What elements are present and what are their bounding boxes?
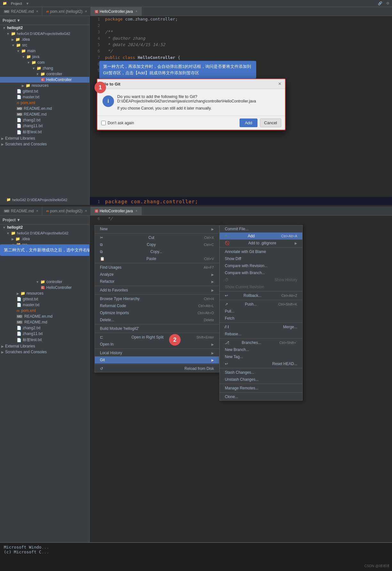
project-label[interactable]: Project <box>11 2 22 5</box>
s2-biaqian[interactable]: 📄 标签test.txt <box>0 337 89 343</box>
tab-pom[interactable]: m pom.xml (hellogit2) × <box>42 7 91 16</box>
git-show-diff[interactable]: Show Diff <box>220 255 302 262</box>
sidebar-item-readme-en[interactable]: MD README.en.md <box>0 106 89 111</box>
sidebar-item-resources[interactable]: ▶ 📁 resources <box>0 83 89 88</box>
cm-reformat[interactable]: Reformat Code Ctrl+Alt+L <box>95 302 219 309</box>
s2-project-path[interactable]: ▼ 📁 helloGit D:\IDEAProject\helloGit2 <box>0 230 89 236</box>
sidebar-item-java[interactable]: ▼ 📁 java <box>0 54 89 60</box>
git-pull[interactable]: Pull... <box>220 308 302 315</box>
cm-copy2[interactable]: ⧉ Copy... <box>95 248 219 255</box>
dont-ask-checkbox[interactable] <box>101 121 106 125</box>
s2-master[interactable]: 📄 master.txt <box>0 302 89 308</box>
sidebar-item-project[interactable]: ▼ 📁 helloGit D:\IDEAProjects\helloGit2 <box>0 31 89 37</box>
sidebar-item-readme[interactable]: MD README.md <box>0 111 89 117</box>
s2-scratches[interactable]: ▶ Scratches and Consoles <box>0 349 89 355</box>
settings-icon[interactable]: ⚙ <box>386 1 389 5</box>
s2-ext-libs[interactable]: ▶ External Libraries <box>0 343 89 349</box>
dropdown-arrow[interactable]: ▼ <box>26 2 29 5</box>
tab-pom-2-close[interactable]: × <box>85 209 87 213</box>
tab-hello-close[interactable]: × <box>135 10 137 13</box>
tab-hello[interactable]: C HelloController.java × <box>91 7 141 16</box>
git-unstash[interactable]: Unstash Changes... <box>220 376 302 383</box>
git-clone[interactable]: Clone... <box>220 393 302 400</box>
s2-readme-en[interactable]: MD README.en.md <box>0 314 89 319</box>
tab-readme-close[interactable]: × <box>36 10 38 13</box>
tab-hello-2-close[interactable]: × <box>135 209 137 213</box>
cm-find-usages[interactable]: Find Usages Alt+F7 <box>95 264 219 271</box>
git-compare-branch[interactable]: Compare with Branch... <box>220 269 302 276</box>
s2-zhang11[interactable]: 📄 zhang11.txt <box>0 331 89 337</box>
sidebar-item-controller[interactable]: ▼ 📁 controller <box>0 71 89 77</box>
s2-idea[interactable]: ▶ 📁 .idea <box>0 236 89 242</box>
cm-paste[interactable]: 📋 Paste Ctrl+V <box>95 255 219 262</box>
cm-git[interactable]: Git ▶ <box>95 356 219 363</box>
terminal-content[interactable]: Microsoft Windo... (c) Microsoft C... <box>0 543 392 556</box>
cm-build[interactable]: Build Module 'hellogit2' <box>95 325 219 332</box>
sidebar-item-hellocontroller[interactable]: C HelloController <box>0 77 89 83</box>
sidebar-item-main[interactable]: ▼ 📁 main <box>0 48 89 54</box>
cm-cut[interactable]: ✂ Cut Ctrl+X <box>95 234 219 241</box>
add-button[interactable]: Add <box>240 118 257 127</box>
s2-controller[interactable]: ▼ 📁 controller <box>0 279 89 285</box>
git-blame[interactable]: Annotate with Git Blame <box>220 248 302 255</box>
git-commit-file[interactable]: Commit File... <box>220 225 302 232</box>
git-reset-head[interactable]: ↩ Reset HEAD... <box>220 360 302 367</box>
cm-open-split[interactable]: ⊏ Open in Right Split Shift+Enter <box>95 334 219 341</box>
sidebar-item-root[interactable]: ▼ hellogit2 <box>0 25 89 31</box>
sidebar-item-src[interactable]: ▼ 📁 src <box>0 42 89 48</box>
s2-hellogit[interactable]: ▼ hellogit2 <box>0 224 89 230</box>
sidebar-item-zhang11[interactable]: 📄 zhang11.txt <box>0 123 89 129</box>
git-show-current[interactable]: Show Current Revision <box>220 283 302 290</box>
git-manage-remotes[interactable]: Manage Remotes... <box>220 385 302 392</box>
sidebar-item-zhang[interactable]: ▼ 📁 zhang <box>0 65 89 71</box>
git-push[interactable]: ↗ Push... Ctrl+Shift+K <box>220 301 302 308</box>
s2-gittest[interactable]: 📄 gittest.txt <box>0 296 89 302</box>
git-add[interactable]: + Add Ctrl+Alt+A <box>220 232 302 240</box>
sidebar-item-pom[interactable]: m pom.xml <box>0 100 89 106</box>
dialog-question: Do you want to add the following file to… <box>117 94 256 99</box>
cm-delete[interactable]: Delete... Delete <box>95 316 219 323</box>
sidebar-item-biaqian[interactable]: 📄 标签test.txt <box>0 129 89 135</box>
sidebar-item-zhang2[interactable]: 📄 zhang2.txt <box>0 117 89 123</box>
git-new-branch[interactable]: New Branch... <box>220 346 302 353</box>
tab-pom-close[interactable]: × <box>85 10 87 13</box>
s2-zhang2[interactable]: 📄 zhang2.txt <box>0 325 89 331</box>
cm-optimize-imports[interactable]: Optimize Imports Ctrl+Alt+O <box>95 309 219 316</box>
git-branches[interactable]: ⎇ Branches... Ctrl+Shift+` <box>220 339 302 346</box>
cm-reload[interactable]: ↺ Reload from Disk <box>95 365 219 372</box>
git-compare-revision[interactable]: Compare with Revision... <box>220 262 302 269</box>
cm-refactor[interactable]: Refactor ▶ <box>95 278 219 285</box>
tab-readme-2-close[interactable]: × <box>36 209 38 213</box>
cancel-button[interactable]: Cancel <box>260 118 281 127</box>
git-merge[interactable]: ⛙ Merge... <box>220 323 302 330</box>
s2-hellocontroller[interactable]: C HelloController <box>0 285 89 290</box>
git-new-tag[interactable]: New Tag... <box>220 353 302 360</box>
git-show-history[interactable]: ⏱ Show History <box>220 276 302 283</box>
tab-hello-2[interactable]: C HelloController.java × <box>91 207 141 215</box>
git-stash[interactable]: Stash Changes... <box>220 369 302 376</box>
cm-copy[interactable]: ⧉ Copy Ctrl+C <box>95 241 219 248</box>
sidebar-item-idea[interactable]: ▶ 📁 .idea <box>0 37 89 42</box>
git-rollback[interactable]: ↩ Rollback... Ctrl+Alt+Z <box>220 292 302 299</box>
git-fetch[interactable]: Fetch <box>220 315 302 322</box>
tab-pom-2[interactable]: m pom.xml (hellogit2) × <box>42 207 91 215</box>
tab-readme[interactable]: MD README.md × <box>0 7 42 16</box>
s2-readme[interactable]: MD README.md <box>0 319 89 325</box>
sidebar-item-gittest[interactable]: 📄 gittest.txt <box>0 88 89 94</box>
cm-browse-hier[interactable]: Browse Type Hierarchy Ctrl+H <box>95 295 219 302</box>
cm-new[interactable]: New ▶ <box>95 225 219 232</box>
cm-open-in[interactable]: Open In ▶ <box>95 341 219 348</box>
dialog-close-button[interactable]: × <box>278 81 281 87</box>
s2-pom[interactable]: m pom.xml <box>0 308 89 314</box>
sidebar-item-scratches[interactable]: ▶ Scratches and Consoles <box>0 141 89 147</box>
sidebar-item-com[interactable]: ▼ 📁 com <box>0 60 89 65</box>
sidebar-item-master[interactable]: 📄 master.txt <box>0 94 89 100</box>
cm-analyze[interactable]: Analyze ▶ <box>95 271 219 278</box>
sidebar-item-ext-libs[interactable]: ▶ External Libraries <box>0 135 89 141</box>
git-rebase[interactable]: Rebase... <box>220 330 302 338</box>
cm-add-favorites[interactable]: Add to Favorites ▶ <box>95 287 219 294</box>
git-add-gitignore[interactable]: 🚫 Add to .gitignore ▶ <box>220 240 302 247</box>
s2-resources[interactable]: ▶ 📁 resources <box>0 290 89 296</box>
tab-readme-2[interactable]: MD README.md × <box>0 207 42 215</box>
cm-local-history[interactable]: Local History ▶ <box>95 349 219 356</box>
